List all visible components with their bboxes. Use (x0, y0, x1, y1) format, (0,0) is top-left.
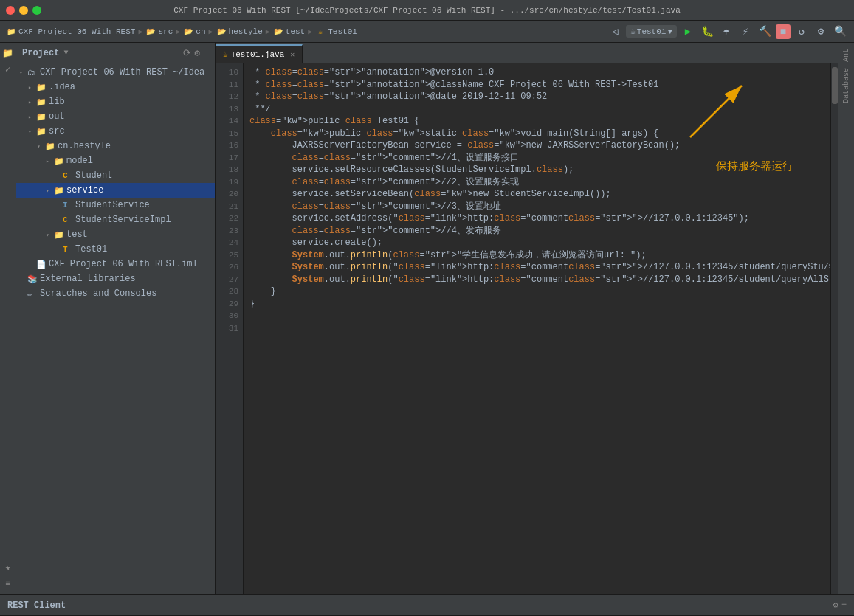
breadcrumb: 📁 CXF Project 06 With REST ▶ 📂 src ▶ 📂 c… (0, 21, 854, 43)
sidebar-title: Project (22, 48, 59, 58)
tree-item-12[interactable]: T Test01 (16, 242, 215, 257)
breadcrumb-item-src[interactable]: 📂 src (145, 27, 173, 37)
tree-icon-2: 📁 (36, 97, 47, 107)
settings-button2[interactable]: ⚙ (813, 24, 829, 40)
breadcrumb-item-test[interactable]: 📂 test (273, 27, 305, 37)
breadcrumb-item-cn[interactable]: 📂 cn (183, 27, 205, 37)
collapse-icon[interactable]: − (203, 47, 209, 59)
run-button[interactable]: ▶ (680, 24, 696, 40)
tree-label-2: lib (49, 97, 65, 107)
tree-icon-5: 📁 (45, 142, 55, 151)
search-button[interactable]: 🔍 (832, 24, 848, 40)
tree-label-9: StudentService (75, 200, 150, 210)
tree-label-4: src (49, 126, 65, 136)
titlebar: CXF Project 06 With REST [~/IdeaProjects… (0, 0, 854, 21)
tree-arrow-6: ▸ (46, 158, 52, 165)
ant-tool-button[interactable]: Ant (842, 46, 850, 65)
favorites-tool-button[interactable]: ★ (1, 560, 16, 575)
project-icon: 📁 (6, 27, 16, 37)
tree-item-10[interactable]: C StudentServiceImpl (16, 212, 215, 227)
tree-item-3[interactable]: ▸ 📁 out (16, 109, 215, 124)
rest-minimize-icon[interactable]: − (841, 600, 847, 611)
tree-icon-10: C (63, 215, 73, 224)
breadcrumb-src-label: src (158, 27, 173, 36)
tree-label-8: service (66, 185, 103, 195)
tree-item-4[interactable]: ▾ 📁 src (16, 124, 215, 139)
window-title: CXF Project 06 With REST [~/IdeaProjects… (173, 6, 681, 15)
stop-button[interactable]: ■ (776, 24, 791, 39)
tree-label-5: cn.hestyle (58, 141, 111, 151)
tree-icon-13: 📄 (36, 260, 47, 269)
tree-item-6[interactable]: ▸ 📁 model (16, 153, 215, 168)
folder-icon-src: 📂 (145, 27, 156, 37)
database-tool-button[interactable]: Database (842, 65, 850, 106)
rest-client-panel: REST Client ⚙ − This REST Client is depr… (0, 594, 854, 616)
tab-close-icon[interactable]: ✕ (290, 50, 295, 59)
update-button[interactable]: ↺ (793, 24, 810, 40)
right-tools-panel: Ant Database (838, 43, 854, 594)
sync-icon[interactable]: ⟳ (183, 47, 191, 59)
breadcrumb-test01-label: Test01 (328, 27, 357, 36)
editor-scrollbar[interactable] (830, 63, 838, 594)
rest-client-actions: ⚙ − (833, 600, 847, 611)
run-config-icon: ☕ (630, 27, 636, 36)
tree-item-15[interactable]: ✏ Scratches and Consoles (16, 286, 215, 301)
build-button[interactable]: 🔨 (757, 24, 773, 40)
breadcrumb-sep-2: ▶ (176, 27, 180, 36)
tree-item-0[interactable]: ▾ 🗂 CXF Project 06 With REST ~/Idea (16, 65, 215, 80)
minimize-button[interactable] (19, 6, 28, 15)
folder-icon-cn: 📂 (183, 27, 193, 37)
close-button[interactable] (6, 6, 15, 15)
run-config-selector[interactable]: ☕ Test01 ▼ (626, 25, 677, 38)
tree-icon-6: 📁 (54, 156, 64, 166)
structure-tool-button[interactable]: ≡ (1, 576, 16, 591)
profile-button[interactable]: ⚡ (737, 24, 754, 40)
tree-arrow-0: ▾ (19, 69, 25, 76)
folder-icon-hestyle: 📂 (216, 27, 227, 37)
commit-tool-button[interactable]: ✓ (1, 62, 16, 77)
tree-arrow-1: ▸ (28, 84, 34, 91)
sidebar-icons: ⟳ ⚙ − (183, 47, 209, 59)
tree-icon-3: 📁 (36, 112, 47, 122)
tree-item-7[interactable]: C Student (16, 168, 215, 183)
coverage-button[interactable]: ☂ (718, 24, 734, 40)
breadcrumb-sep-3: ▶ (209, 27, 213, 36)
breadcrumb-item-test01[interactable]: ☕ Test01 (315, 27, 357, 37)
tree-item-9[interactable]: I StudentService (16, 198, 215, 212)
rest-settings-icon[interactable]: ⚙ (833, 600, 838, 611)
tab-test01-java[interactable]: ☕ Test01.java ✕ (216, 44, 303, 63)
tree-label-15: Scratches and Consoles (40, 288, 156, 299)
settings-icon[interactable]: ⚙ (194, 47, 200, 59)
tree-item-13[interactable]: 📄 CXF Project 06 With REST.iml (16, 257, 215, 271)
breadcrumb-sep-5: ▶ (308, 27, 312, 36)
tree-icon-1: 📁 (36, 83, 47, 92)
tree-item-1[interactable]: ▸ 📁 .idea (16, 80, 215, 94)
tree-icon-9: I (63, 201, 73, 210)
tree-item-2[interactable]: ▸ 📁 lib (16, 94, 215, 109)
project-tool-button[interactable]: 📁 (1, 46, 16, 60)
tree-item-11[interactable]: ▾ 📁 test (16, 227, 215, 242)
tree-label-13: CXF Project 06 With REST.iml (49, 259, 198, 269)
debug-button[interactable]: 🐛 (699, 24, 715, 40)
tree-label-1: .idea (49, 82, 75, 92)
tree-arrow-5: ▾ (37, 143, 43, 150)
navigate-back-button[interactable]: ◁ (607, 24, 623, 40)
tree-item-5[interactable]: ▾ 📁 cn.hestyle (16, 139, 215, 153)
editor-tabs: ☕ Test01.java ✕ (216, 43, 838, 63)
code-editor-wrapper: 1011121314151617181920212223242526272829… (216, 63, 838, 594)
sidebar-dropdown-arrow[interactable]: ▼ (63, 49, 68, 57)
maximize-button[interactable] (32, 6, 41, 15)
tree-icon-11: 📁 (54, 230, 64, 240)
code-content[interactable]: * class=class="str">"annotation">@versio… (244, 63, 838, 594)
tree-item-8[interactable]: ▾ 📁 service (16, 183, 215, 198)
breadcrumb-sep-4: ▶ (266, 27, 270, 36)
scrollbar-thumb[interactable] (832, 67, 838, 104)
breadcrumb-hestyle-label: hestyle (229, 27, 263, 36)
tree-icon-7: C (63, 171, 73, 180)
sidebar-header: Project ▼ ⟳ ⚙ − (16, 43, 215, 63)
breadcrumb-item-hestyle[interactable]: 📂 hestyle (216, 27, 263, 37)
tree-item-14[interactable]: 📚 External Libraries (16, 271, 215, 286)
tree-label-6: model (66, 156, 93, 166)
breadcrumb-item-project[interactable]: 📁 CXF Project 06 With REST (6, 27, 135, 37)
rest-client-title: REST Client (7, 601, 66, 611)
